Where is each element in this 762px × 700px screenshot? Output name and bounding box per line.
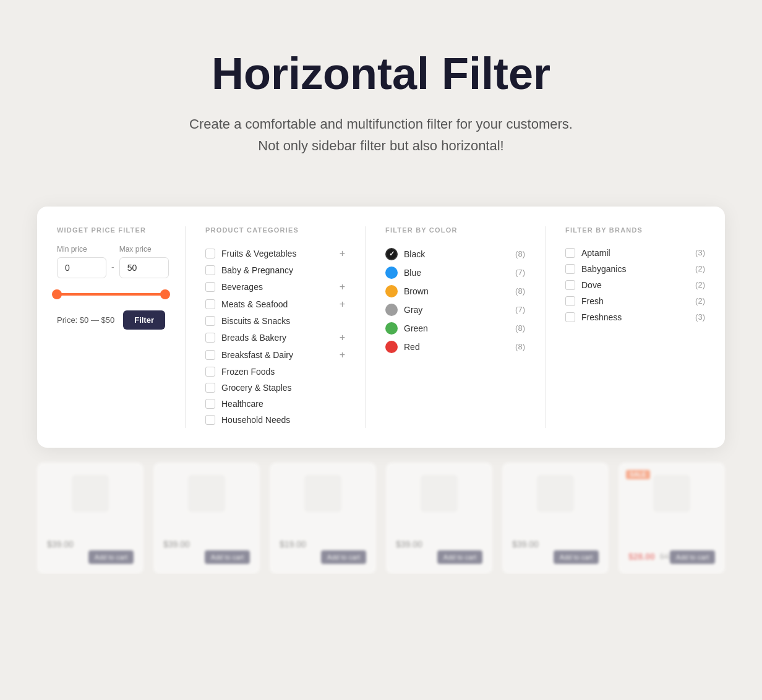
category-item[interactable]: Healthcare <box>205 396 345 412</box>
card-price: $39.00 <box>47 539 74 549</box>
brand-label: Babyganics <box>581 264 626 274</box>
brand-checkbox[interactable] <box>565 312 575 322</box>
brand-item[interactable]: Freshness (3) <box>565 309 705 325</box>
add-to-cart-button[interactable]: Add to cart <box>554 550 599 564</box>
color-item[interactable]: Blue (7) <box>385 263 525 282</box>
color-count: (8) <box>515 342 525 351</box>
brand-item[interactable]: Fresh (2) <box>565 293 705 309</box>
category-expand-icon[interactable]: + <box>340 299 345 310</box>
add-to-cart-button[interactable]: Add to cart <box>88 550 134 564</box>
range-slider[interactable] <box>57 288 165 301</box>
category-expand-icon[interactable]: + <box>340 281 345 292</box>
category-item[interactable]: Household Needs <box>205 412 345 428</box>
price-display: Price: $0 — $50 <box>57 315 114 325</box>
color-item-left: Red <box>385 341 420 353</box>
color-item[interactable]: Red (8) <box>385 338 525 356</box>
color-swatch[interactable] <box>385 267 398 279</box>
category-item[interactable]: Biscuits & Snacks <box>205 313 345 329</box>
category-label: Breaksfast & Dairy <box>221 350 293 360</box>
color-filter-title: FILTER BY COLOR <box>385 226 525 234</box>
category-item[interactable]: Meats & Seafood + <box>205 296 345 313</box>
color-swatch[interactable] <box>385 304 398 316</box>
color-count: (7) <box>515 305 525 314</box>
color-item[interactable]: Black (8) <box>385 245 525 263</box>
filter-panel-wrapper: WIDGET PRICE FILTER Min price - Max pric… <box>0 207 762 448</box>
category-item[interactable]: Breads & Bakery + <box>205 329 345 346</box>
price-separator: - <box>111 262 114 272</box>
max-price-input[interactable] <box>119 257 169 278</box>
category-checkbox[interactable] <box>205 399 215 409</box>
brand-checkbox[interactable] <box>565 296 575 306</box>
brand-item[interactable]: Aptamil (3) <box>565 245 705 261</box>
category-checkbox[interactable] <box>205 265 215 275</box>
color-item-left: Gray <box>385 304 422 316</box>
add-to-cart-button[interactable]: Add to cart <box>437 550 482 564</box>
product-image <box>653 475 690 512</box>
brand-checkbox[interactable] <box>565 248 575 258</box>
category-expand-icon[interactable]: + <box>340 349 345 361</box>
category-checkbox[interactable] <box>205 367 215 377</box>
min-price-input[interactable] <box>57 257 106 278</box>
color-swatch[interactable] <box>385 248 398 260</box>
color-swatch[interactable] <box>385 341 398 353</box>
color-label: Gray <box>404 305 422 315</box>
brand-label: Aptamil <box>581 248 610 258</box>
category-checkbox[interactable] <box>205 282 215 292</box>
category-item-left: Biscuits & Snacks <box>205 316 290 326</box>
category-item[interactable]: Baby & Pregnancy <box>205 262 345 278</box>
category-item-left: Meats & Seafood <box>205 299 288 309</box>
category-item[interactable]: Grocery & Staples <box>205 380 345 396</box>
color-count: (8) <box>515 323 525 333</box>
category-item[interactable]: Fruits & Vegetables + <box>205 245 345 262</box>
category-label: Household Needs <box>221 415 290 425</box>
category-label: Fruits & Vegetables <box>221 249 296 258</box>
category-item-left: Baby & Pregnancy <box>205 265 293 275</box>
sale-badge: SALE <box>626 470 650 479</box>
category-checkbox[interactable] <box>205 299 215 309</box>
product-card: $19.00Add to cart <box>270 463 376 574</box>
add-to-cart-button[interactable]: Add to cart <box>670 550 715 564</box>
category-item[interactable]: Beverages + <box>205 278 345 296</box>
category-checkbox[interactable] <box>205 415 215 425</box>
add-to-cart-button[interactable]: Add to cart <box>321 550 366 564</box>
range-thumb-right[interactable] <box>160 289 170 299</box>
category-label: Breads & Bakery <box>221 333 286 343</box>
sale-price: $28.00 <box>628 552 655 561</box>
color-item[interactable]: Brown (8) <box>385 282 525 301</box>
color-swatch[interactable] <box>385 285 398 297</box>
categories-section: PRODUCT CATEGORIES Fruits & Vegetables +… <box>186 226 366 428</box>
range-fill <box>57 293 165 296</box>
page-title: Horizontal Filter <box>25 49 737 98</box>
brand-item[interactable]: Babyganics (2) <box>565 261 705 277</box>
categories-list: Fruits & Vegetables + Baby & Pregnancy B… <box>205 245 345 428</box>
color-item[interactable]: Green (8) <box>385 319 525 338</box>
category-checkbox[interactable] <box>205 316 215 326</box>
category-item[interactable]: Frozen Foods <box>205 364 345 380</box>
filter-button[interactable]: Filter <box>123 310 165 330</box>
card-price: $39.00 <box>396 539 422 549</box>
color-item[interactable]: Gray (7) <box>385 301 525 319</box>
add-to-cart-button[interactable]: Add to cart <box>205 550 250 564</box>
products-blur-area: $39.00Add to cart$39.00Add to cart$19.00… <box>0 448 762 574</box>
product-image <box>421 475 458 512</box>
category-checkbox[interactable] <box>205 333 215 343</box>
color-item-left: Black <box>385 248 425 260</box>
min-price-label: Min price <box>57 245 106 254</box>
color-swatch[interactable] <box>385 322 398 335</box>
category-item-left: Grocery & Staples <box>205 383 292 393</box>
product-image <box>72 475 109 512</box>
category-checkbox[interactable] <box>205 249 215 258</box>
card-price: $39.00 <box>512 539 539 549</box>
category-expand-icon[interactable]: + <box>340 248 345 259</box>
category-checkbox[interactable] <box>205 350 215 360</box>
brand-item[interactable]: Dove (2) <box>565 277 705 293</box>
brand-checkbox[interactable] <box>565 264 575 274</box>
category-expand-icon[interactable]: + <box>340 332 345 343</box>
brand-checkbox[interactable] <box>565 280 575 290</box>
category-item[interactable]: Breaksfast & Dairy + <box>205 346 345 364</box>
category-label: Healthcare <box>221 399 263 409</box>
category-checkbox[interactable] <box>205 383 215 393</box>
subtitle-line1: Create a comfortable and multifunction f… <box>189 116 573 132</box>
range-thumb-left[interactable] <box>52 289 62 299</box>
min-price-group: Min price <box>57 245 106 278</box>
